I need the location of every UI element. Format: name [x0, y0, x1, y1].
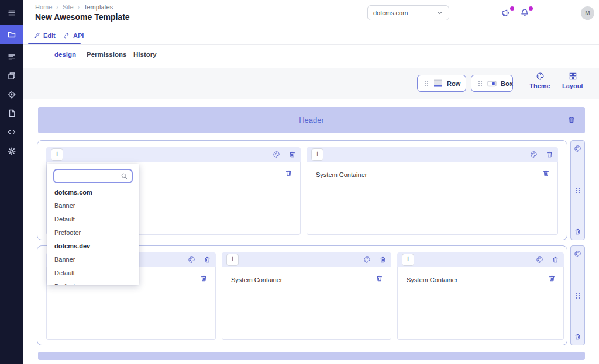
palette-icon[interactable] [574, 250, 581, 258]
popup-option[interactable]: Default [47, 213, 139, 226]
breadcrumb-separator-icon: › [78, 4, 80, 11]
page-title: New Awesome Template [35, 12, 130, 22]
container-title: System Container [316, 171, 367, 178]
trash-icon[interactable] [552, 256, 559, 264]
sidebar-item-experiments[interactable] [0, 85, 23, 104]
trash-icon[interactable] [548, 275, 556, 282]
active-tab-indicator [28, 43, 81, 44]
popup-option[interactable]: Banner [47, 253, 139, 266]
breadcrumb: Home › Site › Templates [35, 4, 113, 11]
container-box: + System Container [222, 252, 391, 340]
add-box-draggable[interactable]: Box [471, 75, 513, 92]
site-selector-dropdown[interactable]: dotcms.com [367, 5, 449, 20]
container-content: System Container [397, 267, 564, 340]
sidebar-item-site-browser[interactable] [0, 25, 23, 44]
box-icon [487, 79, 497, 88]
palette-icon[interactable] [530, 151, 538, 158]
popup-option[interactable]: Banner [47, 199, 139, 213]
notification-dot [529, 6, 533, 11]
breadcrumb-site[interactable]: Site [63, 4, 74, 11]
row-controls [570, 245, 585, 345]
site-selector-value: dotcms.com [373, 9, 408, 16]
container-search-input[interactable] [53, 169, 133, 183]
add-container-button[interactable]: + [51, 148, 63, 161]
footer-section[interactable] [38, 352, 585, 360]
popup-option[interactable]: Prefooter [47, 226, 139, 240]
add-row-draggable[interactable]: Row [417, 75, 466, 92]
text-caret [58, 172, 58, 180]
notification-dot [510, 6, 514, 11]
tab-history[interactable]: History [131, 45, 159, 63]
toolbar-divider [593, 72, 593, 94]
sidebar-item-templates[interactable] [0, 104, 23, 123]
palette-icon[interactable] [574, 145, 581, 152]
notifications-button[interactable] [519, 8, 531, 19]
trash-icon[interactable] [542, 169, 550, 177]
palette-icon [536, 72, 545, 81]
user-avatar[interactable]: M [581, 6, 594, 20]
box-header: + [46, 147, 301, 162]
menu-toggle-button[interactable] [0, 4, 23, 22]
link-icon [63, 32, 70, 39]
container-select-popup: dotcms.com Banner Default Prefooter dotc… [47, 164, 139, 285]
drag-handle-icon [424, 79, 429, 88]
sidebar-item-pages[interactable] [0, 67, 23, 85]
layout-label: Layout [562, 82, 583, 89]
palette-icon[interactable] [363, 256, 371, 264]
breadcrumb-templates[interactable]: Templates [84, 4, 113, 11]
sidebar-item-content[interactable] [0, 48, 23, 67]
palette-icon[interactable] [536, 256, 543, 264]
tab-design[interactable]: design [52, 45, 78, 63]
trash-icon[interactable] [204, 256, 211, 264]
palette-icon[interactable] [188, 256, 195, 264]
sidebar-item-settings[interactable] [0, 142, 23, 161]
trash-icon[interactable] [288, 151, 296, 158]
breadcrumb-home[interactable]: Home [35, 4, 52, 11]
container-title: System Container [231, 276, 282, 283]
palette-icon[interactable] [273, 151, 280, 158]
add-row-label: Row [447, 80, 460, 87]
tab-edit-label: Edit [43, 32, 56, 39]
announcements-button[interactable] [501, 8, 512, 19]
popup-option[interactable]: Default [47, 266, 139, 280]
row-controls [570, 140, 585, 240]
document-icon [7, 109, 16, 118]
tab-api[interactable]: API [63, 26, 84, 44]
popup-option[interactable]: Prefooter [47, 280, 139, 285]
header-section-label: Header [299, 116, 324, 124]
tab-permissions[interactable]: Permissions [84, 45, 129, 63]
box-header: + [397, 252, 564, 267]
folder-icon [7, 30, 16, 39]
container-content: System Container [222, 267, 391, 340]
row-icon [433, 79, 443, 88]
container-box: + System Container [397, 252, 564, 340]
add-container-button[interactable]: + [402, 254, 414, 266]
pencil-icon [33, 32, 40, 39]
trash-icon[interactable] [376, 275, 383, 282]
trash-icon[interactable] [546, 151, 553, 158]
header-section[interactable]: Header [38, 107, 585, 133]
layout-button[interactable]: Layout [559, 72, 586, 95]
trash-icon[interactable] [567, 116, 576, 124]
breadcrumb-separator-icon: › [56, 4, 58, 11]
add-container-button[interactable]: + [311, 148, 323, 161]
layers-icon [7, 71, 16, 81]
trash-icon[interactable] [379, 256, 387, 264]
top-bar: Home › Site › Templates New Awesome Temp… [23, 0, 599, 26]
trash-icon[interactable] [285, 169, 292, 177]
drag-handle-icon[interactable] [575, 292, 581, 300]
trash-icon[interactable] [574, 228, 581, 235]
sidebar-item-developer[interactable] [0, 123, 23, 141]
box-header: + [307, 147, 558, 162]
add-container-button[interactable]: + [226, 254, 239, 266]
trash-icon[interactable] [574, 333, 581, 341]
search-icon [121, 172, 128, 180]
builder-toolbar: Row Box Theme Layout [23, 68, 599, 99]
mode-tab-bar: Edit API [23, 26, 599, 45]
theme-button[interactable]: Theme [526, 72, 553, 95]
drag-handle-icon[interactable] [575, 186, 581, 195]
list-lines-icon [7, 53, 16, 62]
left-sidebar [0, 0, 23, 364]
tab-edit[interactable]: Edit [33, 26, 56, 44]
trash-icon[interactable] [200, 275, 208, 282]
